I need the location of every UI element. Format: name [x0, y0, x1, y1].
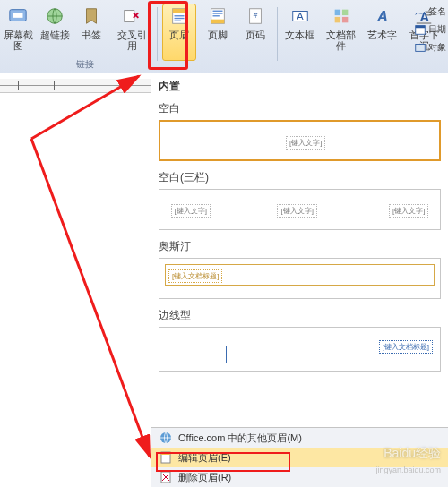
svg-rect-29	[416, 45, 426, 52]
svg-rect-32	[161, 452, 170, 455]
menu-edit-header[interactable]: 编辑页眉(E)	[151, 448, 448, 467]
gallery-item-edge[interactable]: [键入文档标题]	[159, 327, 441, 372]
menu-more-office[interactable]: Office.com 中的其他页眉(M)	[151, 428, 448, 448]
ribbon: 屏幕截图 超链接 书签 交叉引用 页眉 页脚 # 页码 A 文本框 文档部件 A…	[0, 0, 448, 73]
screenshot-button[interactable]: 屏幕截图	[2, 4, 35, 61]
svg-text:A: A	[297, 11, 304, 21]
svg-rect-1	[13, 13, 23, 17]
ribbon-separator	[277, 7, 278, 61]
gallery-title: 内置	[151, 77, 448, 98]
hyperlink-button[interactable]: 超链接	[39, 4, 72, 61]
pagenum-button[interactable]: # 页码	[238, 4, 273, 61]
gallery-section-blank3: 空白(三栏)	[151, 167, 448, 187]
svg-text:#: #	[254, 12, 258, 20]
svg-rect-5	[173, 9, 186, 13]
wordart-button[interactable]: A 艺术字	[366, 4, 401, 61]
date-button[interactable]: 日期	[414, 21, 448, 38]
svg-rect-10	[211, 20, 224, 24]
svg-rect-11	[212, 11, 222, 12]
gallery-item-blank[interactable]: [键入文字]	[159, 120, 441, 161]
gallery-item-austin[interactable]: [键入文档标题]	[159, 258, 441, 299]
svg-rect-13	[212, 15, 219, 16]
svg-rect-6	[175, 15, 185, 16]
header-button[interactable]: 页眉	[162, 4, 197, 61]
gallery-section-edge: 边线型	[151, 304, 448, 325]
footer-button[interactable]: 页脚	[200, 4, 235, 61]
svg-rect-8	[175, 21, 181, 21]
crossref-button[interactable]: 交叉引用	[111, 4, 152, 61]
signature-button[interactable]: 签名	[414, 4, 448, 20]
group-label-links: 链接	[76, 58, 94, 71]
ribbon-separator	[157, 7, 158, 61]
svg-text:A: A	[376, 8, 388, 24]
gallery-footer: Office.com 中的其他页眉(M) 编辑页眉(E) 删除页眉(R)	[151, 427, 448, 487]
menu-remove-header[interactable]: 删除页眉(R)	[151, 467, 448, 487]
svg-rect-12	[212, 13, 222, 13]
svg-rect-18	[334, 10, 340, 15]
gallery-section-blank: 空白	[151, 98, 448, 118]
svg-line-35	[31, 139, 150, 457]
textbox-button[interactable]: A 文本框	[282, 4, 317, 61]
svg-rect-7	[175, 18, 185, 19]
svg-rect-19	[342, 10, 348, 15]
svg-rect-3	[125, 11, 134, 22]
gallery-item-blank3[interactable]: [键入文字] [键入文字] [键入文字]	[159, 189, 441, 230]
bookmark-button[interactable]: 书签	[74, 4, 108, 61]
svg-rect-21	[342, 17, 348, 22]
quickparts-button[interactable]: 文档部件	[321, 4, 362, 61]
header-gallery: 内置 空白 [键入文字] 空白(三栏) [键入文字] [键入文字] [键入文字]…	[151, 77, 448, 487]
gallery-section-austin: 奥斯汀	[151, 235, 448, 256]
ribbon-right-strip: 签名 日期 对象	[414, 4, 448, 56]
ruler	[0, 79, 152, 93]
svg-rect-28	[416, 26, 426, 29]
svg-rect-20	[334, 17, 340, 22]
object-button[interactable]: 对象	[414, 39, 448, 56]
